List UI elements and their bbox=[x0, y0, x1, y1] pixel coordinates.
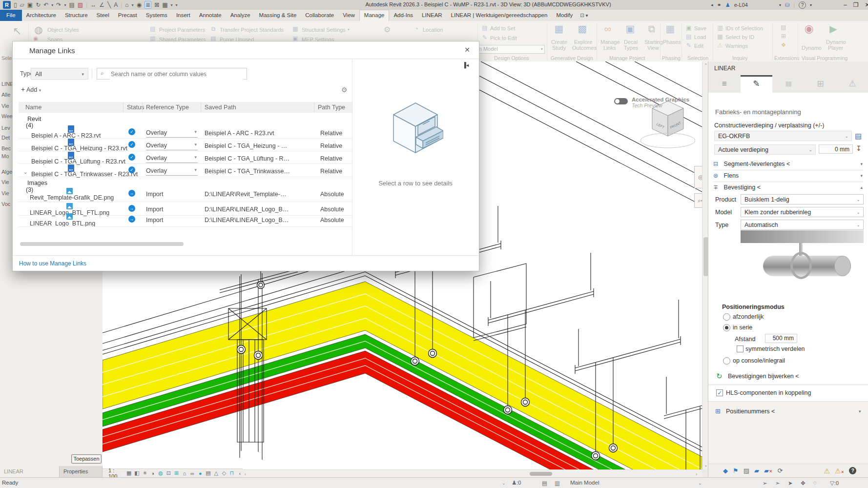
selection-filter-icon[interactable]: ▽:0 bbox=[830, 480, 839, 487]
checkbox-hls-label[interactable]: HLS-componenten in koppeling bbox=[726, 389, 811, 396]
checkbox-hls[interactable]: ✓ bbox=[716, 389, 723, 396]
manage-links-label-2[interactable]: Links bbox=[603, 45, 616, 51]
undo-icon[interactable]: ↶ bbox=[43, 1, 48, 8]
chevron-down-icon[interactable]: ▾ bbox=[860, 170, 863, 182]
modify-arrow-icon[interactable]: ↖ bbox=[13, 25, 21, 38]
pick-to-edit-icon[interactable]: ✎ bbox=[481, 34, 488, 41]
redo-icon[interactable]: ↷ bbox=[56, 1, 61, 8]
tab-precast[interactable]: Precast bbox=[114, 10, 142, 21]
linear-edit-tab[interactable]: ✎ bbox=[741, 75, 773, 93]
group-revit[interactable]: Revit bbox=[27, 116, 41, 122]
select-by-id-icon[interactable]: ▦ bbox=[717, 33, 723, 40]
paint-tool-icon[interactable]: ◆ bbox=[723, 467, 728, 474]
help-caret[interactable]: ▾ bbox=[810, 3, 812, 7]
dynamo-player-2[interactable]: Player bbox=[828, 45, 843, 51]
save-icon[interactable]: ▣ bbox=[27, 1, 33, 8]
active-design-option[interactable]: Main Model bbox=[570, 480, 599, 486]
reference-type-select[interactable]: Overlay▾ bbox=[146, 142, 198, 150]
model-select[interactable]: Klem zonder rubberinleg⌄ bbox=[741, 207, 864, 217]
create-study-1[interactable]: Create bbox=[551, 39, 567, 45]
selection-load[interactable]: Load bbox=[694, 34, 706, 40]
select-by-face-toggle-icon[interactable]: ✥ bbox=[801, 480, 806, 487]
afstand-input[interactable] bbox=[765, 334, 797, 343]
ribbon-display-toggle[interactable]: ⊡ ▾ bbox=[580, 10, 588, 21]
starting-view-icon[interactable]: ⧉ bbox=[645, 22, 658, 35]
selection-save[interactable]: Save bbox=[694, 25, 706, 31]
close-button[interactable]: ✕ bbox=[865, 1, 868, 8]
chevron-up-icon[interactable]: ▴ bbox=[860, 182, 863, 193]
add-to-set-icon[interactable]: ▤ bbox=[481, 24, 488, 31]
add-to-set[interactable]: Add to Set bbox=[490, 25, 515, 31]
how-to-use-link[interactable]: How to use Manage Links bbox=[19, 260, 86, 267]
tab-add-ins[interactable]: Add-Ins bbox=[389, 10, 417, 21]
manage-links-icon[interactable]: ∞ bbox=[601, 22, 614, 35]
select-underlay-toggle-icon[interactable]: ➣ bbox=[775, 480, 780, 487]
tab-collaborate[interactable]: Collaborate bbox=[301, 10, 338, 21]
tab-architecture[interactable]: Architecture bbox=[22, 10, 61, 21]
section-bevestiging[interactable]: ∓ Bevestiging < ▴ bbox=[713, 182, 864, 193]
signed-in-user[interactable]: e-L04 bbox=[734, 2, 748, 8]
redo-caret[interactable]: ▾ bbox=[64, 3, 66, 7]
object-styles[interactable]: Object Styles bbox=[47, 27, 79, 33]
dialog-hscrollbar-thumb[interactable] bbox=[20, 242, 184, 246]
close-hidden-icon[interactable]: ⊠ bbox=[154, 1, 159, 8]
reference-type-select[interactable]: Overlay▾ bbox=[146, 129, 198, 138]
hatch-tool-icon[interactable]: ▨ bbox=[744, 467, 749, 474]
tab-linear-eigenschappen[interactable]: LINEAR Eigenschappen bbox=[0, 466, 60, 477]
select-by-id[interactable]: Select by ID bbox=[725, 34, 754, 40]
render-icon[interactable]: ◉ bbox=[137, 1, 142, 8]
extensions-icon-3[interactable]: ❖ bbox=[780, 41, 787, 48]
radio-in-serie-label[interactable]: in serie bbox=[733, 324, 752, 331]
decal-types-1[interactable]: Decal bbox=[624, 39, 638, 45]
search-collapse-icon[interactable]: ◂ bbox=[711, 2, 713, 7]
detail-level-icon[interactable]: ▦ bbox=[126, 470, 132, 476]
user-avatar[interactable]: ♟ bbox=[725, 2, 730, 8]
view-lock-icon[interactable]: ⌂ bbox=[182, 470, 187, 476]
tab-steel[interactable]: Steel bbox=[92, 10, 114, 21]
selection-load-icon[interactable]: ▤ bbox=[685, 33, 692, 40]
location[interactable]: Location bbox=[423, 27, 443, 33]
level-pick-icon[interactable]: ↧ bbox=[856, 144, 862, 152]
section-flens[interactable]: ⊛ Flens ▾ bbox=[713, 170, 864, 182]
warning-2-icon[interactable]: ⚠✕ bbox=[835, 467, 844, 475]
level-select[interactable]: EG-OKRFB⌄ bbox=[714, 131, 852, 141]
linear-menu-tab[interactable]: ≡ bbox=[708, 75, 741, 93]
design-options-edit-icon[interactable]: ▥ bbox=[555, 480, 560, 487]
dynamo[interactable]: Dynamo bbox=[802, 45, 822, 51]
select-pinned-toggle-icon[interactable]: ➤ bbox=[788, 480, 793, 487]
design-options-list-icon[interactable]: ▤ bbox=[542, 480, 547, 487]
col-reference-type[interactable]: Reference Type bbox=[146, 104, 189, 111]
tab-massing-site[interactable]: Massing & Site bbox=[255, 10, 301, 21]
select-links-toggle-icon[interactable]: ➢ bbox=[763, 480, 767, 487]
location-icon[interactable]: ◔ bbox=[413, 25, 420, 32]
linear-library-tab[interactable]: ≣ bbox=[780, 68, 797, 100]
home-view-icon[interactable]: ⌂ bbox=[125, 1, 128, 8]
linear-help-icon[interactable]: ? bbox=[849, 467, 856, 474]
sun-path-icon[interactable]: ✳ bbox=[142, 470, 147, 476]
table-settings-gear-icon[interactable]: ⚙ bbox=[341, 86, 348, 94]
pick-to-edit[interactable]: Pick to Edit bbox=[490, 35, 517, 41]
zoom-button[interactable]: ⌕▾ bbox=[694, 193, 702, 208]
project-parameters[interactable]: Project Parameters bbox=[159, 27, 205, 33]
radio-in-serie[interactable] bbox=[723, 324, 730, 331]
open-icon[interactable]: ▱ bbox=[20, 1, 24, 8]
tab-file[interactable]: File bbox=[0, 10, 22, 21]
shadows-icon[interactable]: ◑ bbox=[150, 470, 155, 476]
temporary-hide-isolate-icon[interactable]: ∞ bbox=[189, 470, 195, 476]
tab-systems[interactable]: Systems bbox=[142, 10, 172, 21]
workset-icon[interactable]: ♟:0 bbox=[512, 479, 521, 486]
crop-view-icon[interactable]: ⊡ bbox=[166, 470, 171, 476]
linear-calculator-tab[interactable]: ⊞ bbox=[805, 75, 837, 93]
toggle-pill[interactable] bbox=[614, 98, 628, 104]
ids-of-selection[interactable]: IDs of Selection bbox=[725, 25, 763, 31]
warning-1-icon[interactable]: ⚠ bbox=[824, 467, 830, 475]
manage-links-label-1[interactable]: Manage bbox=[600, 39, 620, 45]
restore-button[interactable]: ❐ bbox=[853, 1, 859, 8]
rendering-dialog-icon[interactable]: ◍ bbox=[158, 470, 163, 476]
card-tool-icon[interactable]: ▰ bbox=[754, 467, 759, 474]
radio-op-console-label[interactable]: op console/inlegrail bbox=[733, 357, 785, 364]
object-styles-icon[interactable]: ◍ bbox=[32, 23, 45, 36]
decal-types-icon[interactable]: ▣ bbox=[624, 22, 637, 35]
linear-warnings-tab[interactable]: ⚠ bbox=[836, 75, 868, 93]
offset-field[interactable]: 0 mm bbox=[819, 144, 853, 154]
